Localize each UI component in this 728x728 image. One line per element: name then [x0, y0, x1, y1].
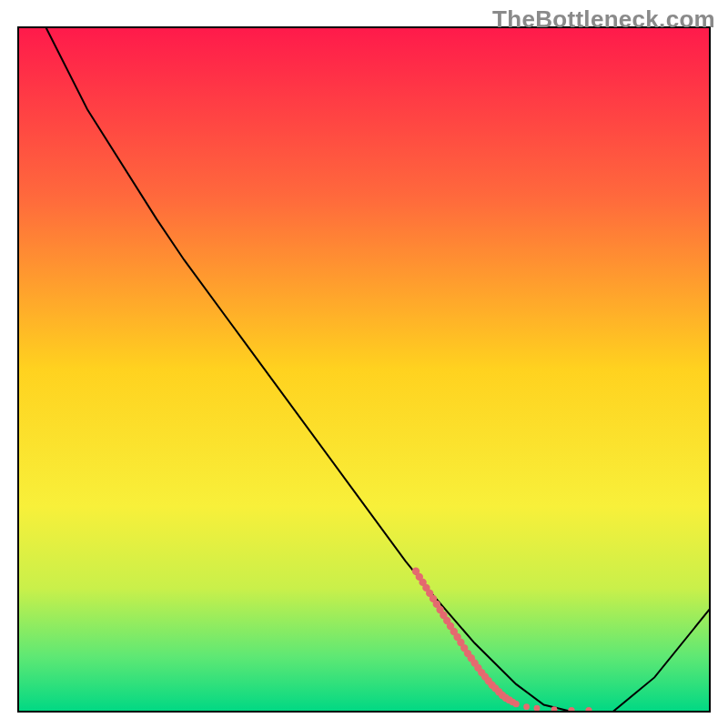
gradient-background	[18, 27, 710, 712]
marker-dot	[585, 707, 592, 713]
marker-dot	[513, 701, 520, 707]
marker-dot	[568, 707, 574, 713]
marker-dot	[523, 703, 530, 710]
watermark-label: TheBottleneck.com	[492, 5, 715, 34]
marker-dot	[534, 705, 541, 712]
bottleneck-chart	[0, 0, 728, 728]
chart-container: TheBottleneck.com	[0, 0, 728, 728]
